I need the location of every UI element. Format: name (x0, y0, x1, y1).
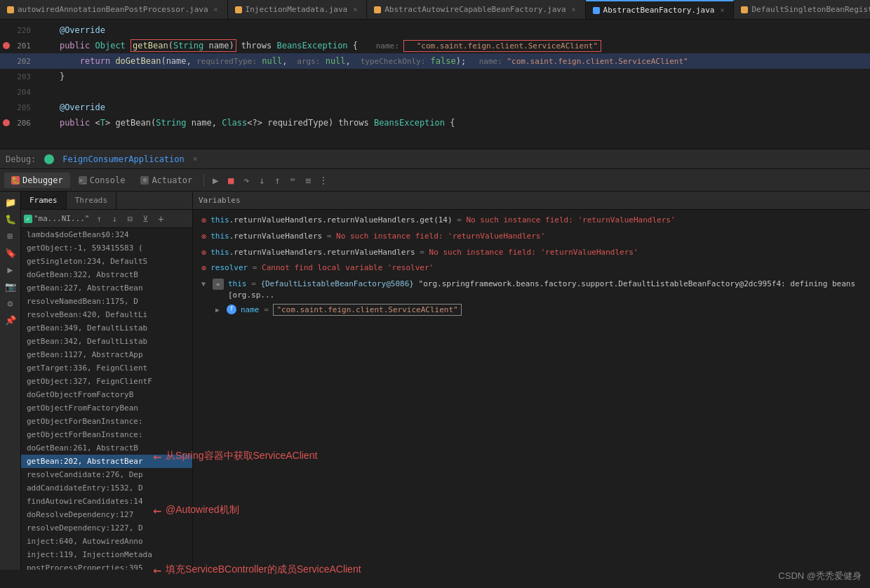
thread-label: "ma...NI..." (34, 214, 89, 223)
actuator-label: Actuator (152, 175, 192, 185)
camera-icon[interactable]: 📷 (3, 279, 18, 294)
separator (203, 174, 204, 187)
tab-debugger[interactable]: 🐛 Debugger (4, 173, 70, 188)
frame-item[interactable]: getObjectForBeanInstance: (21, 415, 192, 428)
frame-item[interactable]: resolveDependency:1227, D (21, 521, 192, 535)
pin-icon[interactable]: 📌 (3, 312, 18, 328)
debug-close-btn[interactable]: × (193, 154, 198, 163)
add-frame-btn[interactable]: + (154, 212, 168, 226)
frame-item[interactable]: getObject:327, FeignClientF (21, 375, 192, 388)
frame-item[interactable]: inject:640, AutowiredAnno (21, 535, 192, 548)
settings-sidebar-icon[interactable]: ⚙ (3, 295, 18, 311)
frame-item[interactable]: getObjectFromFactoryBean (21, 401, 192, 415)
frame-item[interactable]: getBean:1127, AbstractApp (21, 348, 192, 361)
tab-close[interactable]: × (570, 6, 578, 13)
settings-btn[interactable]: ≡ (301, 173, 315, 187)
more-btn[interactable]: ⋮ (316, 173, 330, 187)
panel-toolbar: ✓ "ma...NI..." ↑ ↓ ⊟ ⊻ + (21, 210, 192, 228)
run-icon[interactable]: ▶ (3, 262, 18, 277)
code-line-203: 203 } (0, 69, 870, 84)
tab-label: InjectionMetadata.java (246, 5, 348, 14)
frames-tab[interactable]: Frames (21, 192, 67, 209)
var-name[interactable]: ▶ f name = "com.saint.feign.client.Servi… (193, 302, 870, 317)
code-content: @Override (39, 102, 864, 112)
variables-list: ⊗ this.returnValueHandlers.returnValueHa… (193, 210, 870, 570)
frame-item[interactable]: getBean:349, DefaultListab (21, 321, 192, 335)
frame-item[interactable]: doGetBean:322, AbstractB (21, 268, 192, 281)
tab-close[interactable]: × (718, 6, 726, 14)
var-error-2: ⊗ this.returnValueHandlers = No such ins… (193, 229, 870, 245)
frame-item[interactable]: postProcessProperties:395 (21, 561, 192, 570)
bookmark-icon[interactable]: 🔖 (3, 245, 18, 260)
tab-actuator[interactable]: ⚙ Actuator (133, 173, 199, 188)
frame-item[interactable]: getTarget:336, FeignClient (21, 361, 192, 375)
frame-item[interactable]: addCandidateEntry:1532, D (21, 481, 192, 495)
structure-icon[interactable]: ⊞ (3, 228, 18, 243)
step-out-btn[interactable]: ↑ (270, 173, 284, 187)
sort-asc-btn[interactable]: ↑ (92, 212, 106, 226)
tab-abstract-bean[interactable]: AbstractBeanFactory.java × (586, 0, 735, 19)
frame-item[interactable]: getSingleton:234, DefaultS (21, 255, 192, 268)
tab-bar: autowiredAnnotationBeanPostProcessor.jav… (0, 0, 870, 20)
java-icon (374, 6, 381, 13)
debug-icon[interactable]: 🐛 (3, 211, 18, 227)
frame-item[interactable]: resolveCandidate:276, Dep (21, 468, 192, 481)
evaluate-btn[interactable]: ⌨ (286, 173, 300, 187)
error-icon: ⊗ (201, 231, 206, 243)
frame-item[interactable]: findAutowireCandidates:14 (21, 495, 192, 508)
variables-label: Variables (199, 196, 241, 205)
tab-close[interactable]: × (212, 6, 220, 13)
filter-btn[interactable]: ⊟ (123, 212, 137, 226)
tab-default-singleton[interactable]: DefaultSingletonBeanRegistry.java × (734, 0, 870, 19)
frame-item[interactable]: getObjectForBeanInstance: (21, 428, 192, 441)
frame-item[interactable]: doGetBean:261, AbstractB (21, 441, 192, 455)
frame-item[interactable]: doGetObjectFromFactoryB (21, 388, 192, 401)
var-text: name = "com.saint.feign.client.ServiceAC… (241, 305, 862, 315)
frame-item[interactable]: resolveNamedBean:1175, D (21, 295, 192, 308)
step-into-btn[interactable]: ↓ (255, 173, 269, 187)
debug-app-name[interactable]: FeignConsumerApplication (62, 154, 184, 164)
expand-icon: ▼ (201, 279, 208, 289)
tab-autowired[interactable]: autowiredAnnotationBeanPostProcessor.jav… (0, 0, 228, 19)
resume-btn[interactable]: ▶ (208, 173, 222, 187)
var-this[interactable]: ▼ ≡ this = {DefaultListableBeanFactory@5… (193, 276, 870, 302)
project-icon[interactable]: 📁 (3, 194, 18, 210)
expand-collapse-btn[interactable]: ⊻ (138, 212, 152, 226)
code-content: } (39, 72, 864, 81)
app-status-icon (44, 154, 54, 164)
frame-item[interactable]: resolveBean:420, DefaultLi (21, 308, 192, 321)
tool-tabs-bar: 🐛 Debugger >_ Console ⚙ Actuator ▶ ■ ↷ ↓… (0, 169, 870, 192)
code-line-202[interactable]: 202 return doGetBean(name, requiredType:… (0, 53, 870, 69)
left-sidebar-icons: 📁 🐛 ⊞ 🔖 ▶ 📷 ⚙ 📌 (0, 192, 21, 570)
tab-console[interactable]: >_ Console (72, 173, 133, 188)
tab-abstract-autowire[interactable]: AbstractAutowireCapableBeanFactory.java … (367, 0, 585, 19)
debug-main-area: 📁 🐛 ⊞ 🔖 ▶ 📷 ⚙ 📌 Frames Threads ✓ "ma...N… (0, 192, 870, 570)
frame-item-active[interactable]: getBean:202, AbstractBear (21, 455, 192, 468)
threads-tab[interactable]: Threads (67, 192, 116, 209)
code-line-206[interactable]: 206 public <T> getBean(String name, Clas… (0, 115, 870, 131)
var-text: this.returnValueHandlers.returnValueHand… (210, 215, 862, 225)
tab-injection[interactable]: InjectionMetadata.java × (228, 0, 368, 19)
stop-btn[interactable]: ■ (224, 173, 238, 187)
frame-item[interactable]: lambda$doGetBean$0:324 (21, 228, 192, 241)
code-content: public Object getBean(String name) throw… (39, 41, 864, 51)
var-error-4: ⊗ resolver = Cannot find local variable … (193, 260, 870, 276)
sort-desc-btn[interactable]: ↓ (107, 212, 121, 226)
method-highlight: getBean(String name) (130, 39, 236, 52)
frame-item[interactable]: getBean:227, AbstractBean (21, 281, 192, 295)
frame-item[interactable]: doResolveDependency:127 (21, 508, 192, 521)
line-number: 204 (6, 88, 31, 97)
frame-item[interactable]: getObject:-1, 593415583 ( (21, 241, 192, 255)
bug-icon: 🐛 (11, 176, 20, 185)
name-hint-box: "com.saint.feign.client.ServiceAClient" (403, 40, 601, 52)
code-line-201[interactable]: 201 public Object getBean(String name) t… (0, 38, 870, 53)
variables-panel: Variables ⊗ this.returnValueHandlers.ret… (193, 192, 870, 570)
tab-close[interactable]: × (351, 6, 359, 13)
var-text: this.returnValueHandlers.returnValueHand… (210, 247, 862, 258)
debugger-label: Debugger (22, 175, 63, 185)
frame-item[interactable]: getBean:342, DefaultListab (21, 335, 192, 348)
var-error-3: ⊗ this.returnValueHandlers.returnValueHa… (193, 245, 870, 261)
code-editor: 220 @Override 201 public Object getBean(… (0, 20, 870, 149)
frame-item[interactable]: inject:119, InjectionMetada (21, 548, 192, 561)
step-over-btn[interactable]: ↷ (239, 173, 253, 187)
